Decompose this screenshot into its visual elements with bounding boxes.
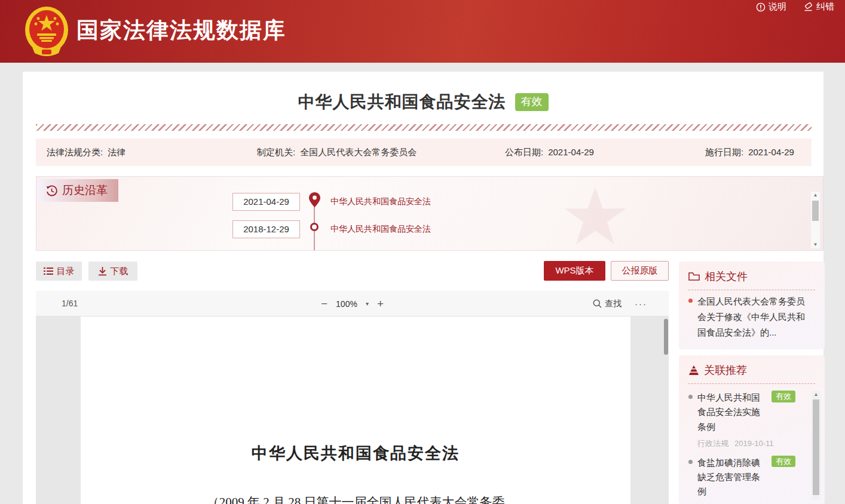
history-scroll-thumb[interactable] (812, 201, 819, 221)
zoom-out-button[interactable]: − (321, 298, 327, 309)
find-button-label: 查找 (605, 299, 621, 309)
timeline-date-2018[interactable]: 2018-12-29 (232, 220, 300, 238)
recommendations-title: 关联推荐 (704, 363, 747, 377)
gray-bullet-icon (688, 395, 693, 399)
zoom-in-button[interactable]: + (377, 298, 384, 309)
catalog-button-label: 目录 (57, 266, 75, 277)
red-bullet-icon (688, 299, 693, 303)
dashed-divider (688, 383, 815, 384)
recommendations-scroll-thumb[interactable] (813, 399, 819, 495)
related-file-item[interactable]: 全国人民代表大会常务委员会关于修改《中华人民共和国食品安全法》的... (688, 294, 815, 340)
gazette-original-button[interactable]: 公报原版 (611, 261, 669, 281)
history-panel: 历史沿革 2021-04-29 中华人民共和国食品安全法 2018-12-29 … (36, 176, 823, 251)
find-group: 查找 ··· (593, 291, 647, 316)
error-report-label: 纠错 (816, 1, 834, 13)
history-title-tab: 历史沿革 (38, 179, 118, 202)
pdf-page: 中华人民共和国食品安全法 （2009 年 2 月 28 日第十一届全国人民代表大… (81, 316, 630, 504)
recommendations-header: 关联推荐 (688, 363, 815, 377)
gazette-original-label: 公报原版 (622, 265, 658, 276)
app-title: 国家法律法规数据库 (76, 16, 286, 45)
hatch-divider (36, 124, 812, 131)
pyramid-icon (688, 365, 699, 376)
timeline-pin-icon (309, 192, 320, 207)
list-icon (44, 267, 53, 275)
recommendation-meta: 行政法规2019-10-11 (697, 438, 768, 449)
pdf-scroll-thumb[interactable] (664, 319, 668, 355)
related-files-card: 相关文件 全国人民代表大会常务委员会关于修改《中华人民共和国食品安全法》的... (679, 262, 825, 349)
app-header: 国家法律法规数据库 说明 纠错 (0, 0, 845, 63)
recommendation-title: 食盐加碘消除碘缺乏危害管理条例 (697, 456, 768, 499)
meta-effective-date: 施行日期:2021-04-29 (705, 147, 794, 158)
more-options-button[interactable]: ··· (635, 299, 647, 309)
pdf-body: 中华人民共和国食品安全法 （2009 年 2 月 28 日第十一届全国人民代表大… (36, 316, 669, 504)
download-icon (98, 267, 107, 276)
meta-category-value: 法律 (108, 147, 125, 157)
eraser-icon (803, 2, 813, 12)
status-badge: 有效 (771, 391, 795, 402)
find-button[interactable]: 查找 (593, 299, 621, 309)
meta-category-label: 法律法规分类: (47, 147, 103, 157)
doc-title-row: 中华人民共和国食品安全法 有效 (23, 91, 823, 113)
zoom-caret-icon[interactable]: ▾ (366, 300, 369, 307)
related-files-header: 相关文件 (688, 269, 815, 284)
gray-bullet-icon (688, 460, 693, 464)
meta-category: 法律法规分类:法律 (47, 147, 125, 158)
history-scrollbar[interactable]: ▲ ▼ (811, 192, 820, 248)
folder-icon (688, 272, 700, 281)
timeline-date-2021[interactable]: 2021-04-29 (232, 193, 300, 211)
zoom-controls: − 100% ▾ + (321, 291, 384, 316)
scroll-down-icon[interactable]: ▼ (813, 241, 818, 248)
wps-version-button[interactable]: WPS版本 (544, 261, 605, 281)
meta-effective-date-label: 施行日期: (705, 147, 743, 157)
related-files-title: 相关文件 (705, 269, 748, 284)
status-badge: 有效 (771, 456, 795, 468)
meta-effective-date-value: 2021-04-29 (748, 147, 794, 157)
meta-issuing-body-value: 全国人民代表大会常务委员会 (300, 147, 417, 157)
history-title: 历史沿革 (62, 183, 108, 198)
download-button-label: 下载 (111, 266, 128, 277)
header-links: 说明 纠错 (756, 1, 834, 13)
meta-publish-date: 公布日期:2021-04-29 (505, 147, 594, 158)
timeline-circle-icon (310, 223, 319, 231)
watermark-star (544, 184, 646, 251)
error-report-link[interactable]: 纠错 (803, 1, 834, 13)
pdf-toolbar: 1/61 − 100% ▾ + 查找 ··· (36, 291, 669, 316)
zoom-level[interactable]: 100% (336, 299, 357, 309)
meta-issuing-body: 制定机关:全国人民代表大会常务委员会 (257, 147, 417, 158)
meta-bar: 法律法规分类:法律 制定机关:全国人民代表大会常务委员会 公布日期:2021-0… (36, 139, 812, 166)
wps-version-label: WPS版本 (555, 265, 593, 276)
recommendations-scrollbar[interactable]: ▲ (812, 391, 820, 500)
pdf-document-first-line: （2009 年 2 月 28 日第十一届全国人民代表大会常务委 (81, 494, 630, 504)
recommendation-category: 行政法规 (697, 439, 728, 448)
dashed-divider (688, 290, 815, 290)
meta-publish-date-value: 2021-04-29 (548, 147, 594, 157)
meta-issuing-body-label: 制定机关: (257, 147, 295, 157)
download-button[interactable]: 下载 (88, 262, 137, 281)
related-file-text: 全国人民代表大会常务委员会关于修改《中华人民共和国食品安全法》的... (697, 294, 805, 340)
document-title: 中华人民共和国食品安全法 (298, 91, 506, 113)
status-badge: 有效 (515, 93, 549, 111)
history-clock-icon (46, 185, 57, 196)
catalog-button[interactable]: 目录 (36, 262, 82, 281)
recommendation-title: 中华人民共和国食品安全法实施条例 (697, 391, 768, 434)
info-icon (756, 2, 766, 12)
content-card: 中华人民共和国食品安全法 有效 法律法规分类:法律 制定机关:全国人民代表大会常… (23, 72, 823, 504)
scroll-up-icon[interactable]: ▲ (814, 391, 819, 398)
help-link-label: 说明 (769, 1, 786, 13)
meta-publish-date-label: 公布日期: (505, 147, 543, 157)
timeline-entry-2021[interactable]: 中华人民共和国食品安全法 (330, 196, 431, 207)
scroll-up-icon[interactable]: ▲ (813, 192, 818, 199)
recommendation-item[interactable]: 食盐加碘消除碘缺乏危害管理条例 行政法规2017-03-01 有效 (688, 456, 815, 504)
national-emblem-logo (24, 5, 69, 58)
pdf-document-title: 中华人民共和国食品安全法 (81, 442, 630, 464)
page-indicator: 1/61 (62, 299, 78, 308)
timeline-entry-2018[interactable]: 中华人民共和国食品安全法 (330, 224, 431, 235)
help-link[interactable]: 说明 (756, 1, 786, 13)
pdf-viewer: 1/61 − 100% ▾ + 查找 ··· 中华人民共和国食 (36, 291, 669, 504)
recommendation-date: 2019-10-11 (734, 439, 774, 448)
search-icon (593, 299, 602, 308)
recommendations-card: 关联推荐 中华人民共和国食品安全法实施条例 行政法规2019-10-11 有效 … (679, 355, 825, 504)
recommendation-item[interactable]: 中华人民共和国食品安全法实施条例 行政法规2019-10-11 有效 (688, 391, 815, 449)
